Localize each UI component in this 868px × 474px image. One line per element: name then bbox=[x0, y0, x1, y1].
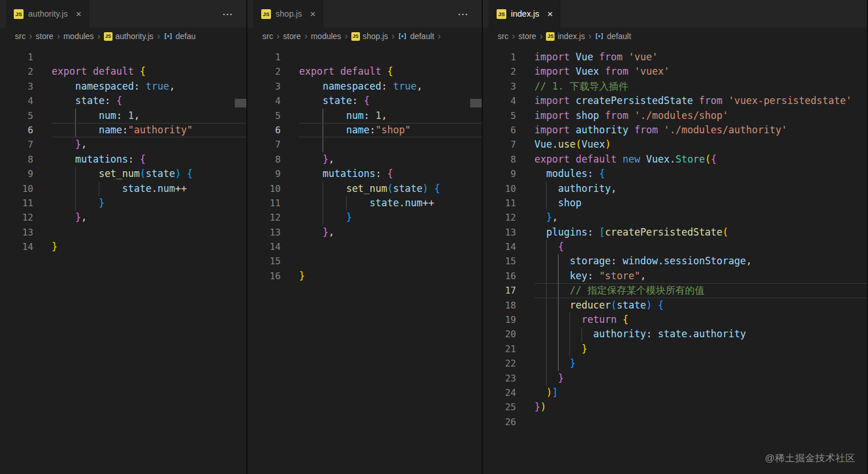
line-number: 9 bbox=[0, 167, 33, 181]
tab-shop.js[interactable]: JSshop.js× bbox=[253, 0, 323, 28]
code-line[interactable]: 24 )] bbox=[483, 386, 867, 400]
code-line[interactable]: 9 set_num(state) { bbox=[0, 167, 246, 181]
code-line[interactable]: 23 } bbox=[483, 371, 867, 386]
code-line[interactable]: 18 reducer(state) { bbox=[483, 298, 867, 313]
more-actions-button[interactable]: ⋯ bbox=[210, 7, 246, 21]
line-number: 8 bbox=[0, 152, 33, 167]
line-number: 15 bbox=[483, 254, 516, 268]
breadcrumb-item[interactable]: store bbox=[36, 32, 53, 41]
line-number: 12 bbox=[0, 210, 33, 225]
code-line[interactable]: 3 namespaced: true, bbox=[0, 79, 246, 94]
code-line[interactable]: 3// 1. 下载导入插件 bbox=[483, 79, 867, 94]
code-line[interactable]: 6import authority from './modules/author… bbox=[483, 123, 867, 137]
line-number: 15 bbox=[247, 254, 281, 268]
breadcrumb-item[interactable]: defau bbox=[164, 32, 196, 41]
close-icon[interactable]: × bbox=[76, 9, 82, 19]
code-line[interactable]: 4 state: { bbox=[247, 94, 482, 108]
close-icon[interactable]: × bbox=[310, 9, 316, 19]
code-line[interactable]: 13 bbox=[0, 225, 246, 240]
code-line[interactable]: 9 modules: { bbox=[483, 167, 867, 181]
code-line[interactable]: 4 state: { bbox=[0, 94, 246, 108]
chevron-right-icon: › bbox=[57, 31, 60, 41]
minimap[interactable] bbox=[208, 48, 238, 78]
code-line[interactable]: 5 num: 1, bbox=[247, 109, 482, 123]
code-line[interactable]: 25}) bbox=[483, 400, 867, 414]
breadcrumb-item[interactable]: store bbox=[518, 32, 536, 41]
code-line[interactable]: 8 mutations: { bbox=[0, 152, 246, 167]
code-line[interactable]: 11 state.num++ bbox=[247, 196, 482, 210]
code-line[interactable]: 11 shop bbox=[483, 196, 867, 210]
breadcrumb-item[interactable]: JSshop.js bbox=[351, 32, 388, 41]
scrollbar-thumb[interactable] bbox=[470, 99, 482, 107]
code-line[interactable]: 14 { bbox=[483, 240, 867, 254]
code-line[interactable]: 7 bbox=[247, 137, 482, 152]
chevron-right-icon: › bbox=[540, 31, 542, 41]
scrollbar-thumb[interactable] bbox=[235, 99, 246, 107]
code-editor[interactable]: 12export default {3 namespaced: true,4 s… bbox=[0, 45, 246, 474]
code-editor[interactable]: 1import Vue from 'vue'2import Vuex from … bbox=[483, 45, 867, 474]
close-icon[interactable]: × bbox=[547, 9, 553, 19]
tab-label: authority.js bbox=[28, 9, 68, 18]
line-number: 10 bbox=[483, 182, 516, 196]
code-line[interactable]: 12 }, bbox=[0, 210, 246, 225]
code-line[interactable]: 8 }, bbox=[247, 152, 482, 167]
tab-bar: JSindex.js× bbox=[483, 0, 867, 28]
code-line[interactable]: 19 return { bbox=[483, 313, 867, 327]
code-line[interactable]: 13 plugins: [createPersistedState( bbox=[483, 225, 867, 240]
code-line[interactable]: 16} bbox=[247, 269, 482, 283]
breadcrumb-item[interactable]: JSindex.js bbox=[546, 32, 584, 41]
code-line[interactable]: 14} bbox=[0, 240, 246, 254]
breadcrumb-item[interactable]: default bbox=[398, 32, 434, 41]
breadcrumb-item[interactable]: src bbox=[15, 32, 26, 41]
code-line[interactable]: 7 }, bbox=[0, 137, 246, 152]
code-line[interactable]: 10 authority, bbox=[483, 182, 867, 196]
code-line[interactable]: 9 mutations: { bbox=[247, 167, 482, 181]
code-line[interactable]: 12 }, bbox=[483, 210, 867, 225]
breadcrumb-item[interactable]: JSauthority.js bbox=[104, 32, 154, 41]
code-line[interactable]: 14 bbox=[247, 240, 482, 254]
line-number: 16 bbox=[247, 269, 281, 283]
code-line[interactable]: 13 }, bbox=[247, 225, 482, 240]
code-line[interactable]: 20 authority: state.authority bbox=[483, 327, 867, 341]
code-line[interactable]: 4import createPersistedState from 'vuex-… bbox=[483, 94, 867, 108]
code-line[interactable]: 6 name:"shop" bbox=[247, 123, 482, 137]
code-line[interactable]: 21 } bbox=[483, 342, 867, 356]
breadcrumb-item[interactable]: src bbox=[262, 32, 273, 41]
code-line[interactable]: 15 storage: window.sessionStorage, bbox=[483, 254, 867, 268]
javascript-file-icon: JS bbox=[497, 9, 506, 19]
code-line[interactable]: 10 set_num(state) { bbox=[247, 182, 482, 196]
code-line[interactable]: 10 state.num++ bbox=[0, 182, 246, 196]
code-line[interactable]: 5 num: 1, bbox=[0, 109, 246, 123]
code-line[interactable]: 1import Vue from 'vue' bbox=[483, 50, 867, 64]
line-number: 4 bbox=[0, 94, 33, 108]
code-editor[interactable]: 12export default {3 namespaced: true,4 s… bbox=[247, 45, 482, 474]
breadcrumb-item[interactable]: default bbox=[595, 32, 631, 41]
breadcrumb-item[interactable]: src bbox=[498, 32, 509, 41]
code-line[interactable]: 6 name:"authority" bbox=[0, 123, 246, 137]
code-line[interactable]: 2import Vuex from 'vuex' bbox=[483, 64, 867, 79]
chevron-right-icon: › bbox=[437, 31, 440, 41]
breadcrumb-item[interactable]: modules bbox=[63, 32, 94, 41]
breadcrumb-item[interactable]: store bbox=[283, 32, 301, 41]
chevron-right-icon: › bbox=[277, 31, 280, 41]
code-line[interactable]: 22 } bbox=[483, 356, 867, 371]
code-line[interactable]: 11 } bbox=[0, 196, 246, 210]
line-number: 26 bbox=[483, 415, 516, 429]
line-number: 6 bbox=[483, 123, 516, 137]
javascript-file-icon: JS bbox=[104, 32, 113, 41]
tab-authority.js[interactable]: JSauthority.js× bbox=[6, 0, 89, 28]
code-line[interactable]: 15 bbox=[247, 254, 482, 268]
code-line[interactable]: 8export default new Vuex.Store({ bbox=[483, 152, 867, 167]
code-line[interactable]: 26 bbox=[483, 415, 867, 429]
more-actions-button[interactable]: ⋯ bbox=[445, 7, 482, 21]
line-number: 6 bbox=[0, 123, 33, 137]
code-line[interactable]: 17 // 指定保存某个模块所有的值 bbox=[483, 283, 867, 298]
breadcrumb-item[interactable]: modules bbox=[311, 32, 341, 41]
code-line[interactable]: 16 key: "store", bbox=[483, 269, 867, 283]
tab-index.js[interactable]: JSindex.js× bbox=[489, 0, 560, 28]
code-line[interactable]: 5import shop from './modules/shop' bbox=[483, 109, 867, 123]
line-number: 5 bbox=[483, 109, 516, 123]
code-line[interactable]: 12 } bbox=[247, 210, 482, 225]
minimap[interactable] bbox=[444, 48, 474, 82]
code-line[interactable]: 7Vue.use(Vuex) bbox=[483, 137, 867, 152]
